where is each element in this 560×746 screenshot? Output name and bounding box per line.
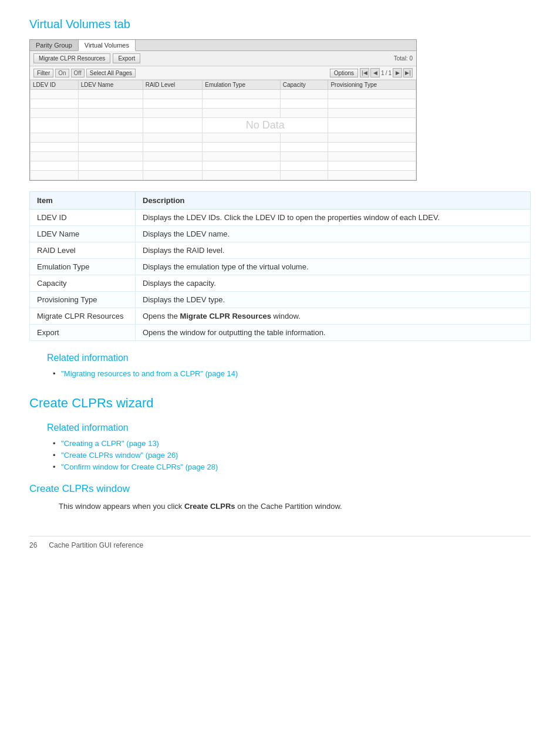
- item-migrate: Migrate CLPR Resources: [30, 308, 136, 325]
- item-ldev-id: LDEV ID: [30, 210, 136, 226]
- page-total: 1: [388, 70, 392, 76]
- tab-parity-group[interactable]: Parity Group: [30, 40, 79, 50]
- filter-toggle-off[interactable]: Off: [71, 69, 85, 77]
- item-emulation-type: Emulation Type: [30, 259, 136, 275]
- virtual-volumes-table: LDEV ID LDEV Name RAID Level Emulation T…: [30, 80, 416, 180]
- table-row: [31, 152, 416, 161]
- col-description-header: Description: [136, 192, 531, 210]
- desc-row-raid-level: RAID Level Displays the RAID level.: [30, 242, 531, 259]
- related-link-2-0[interactable]: "Creating a CLPR" (page 13): [61, 439, 159, 448]
- body-prefix: This window appears when you click: [59, 502, 184, 511]
- desc-capacity: Displays the capacity.: [136, 275, 531, 292]
- filter-bar: Filter On Off Select All Pages Options |…: [30, 66, 416, 80]
- table-row: [31, 90, 416, 99]
- screenshot-box: Parity Group Virtual Volumes Migrate CLP…: [29, 39, 417, 181]
- desc-row-emulation-type: Emulation Type Displays the emulation ty…: [30, 259, 531, 275]
- desc-row-ldev-name: LDEV Name Displays the LDEV name.: [30, 226, 531, 242]
- filter-btn[interactable]: Filter: [33, 69, 53, 77]
- table-row: [31, 161, 416, 171]
- related-link-2-1[interactable]: "Create CLPRs window" (page 26): [61, 451, 178, 460]
- create-clprs-wizard-title: Create CLPRs wizard: [29, 396, 531, 411]
- col-provisioning-type: Provisioning Type: [328, 80, 416, 90]
- related-link-2-2[interactable]: "Confirm window for Create CLPRs" (page …: [61, 463, 218, 471]
- body-bold: Create CLPRs: [184, 502, 235, 511]
- item-export: Export: [30, 325, 136, 341]
- create-clprs-window-title: Create CLPRs window: [29, 483, 531, 495]
- nav-first[interactable]: |◀: [360, 68, 369, 77]
- related-link-1[interactable]: "Migrating resources to and from a CLPR"…: [61, 369, 238, 378]
- desc-row-ldev-id: LDEV ID Displays the LDEV IDs. Click the…: [30, 210, 531, 226]
- nav-last[interactable]: ▶|: [403, 68, 413, 77]
- col-ldev-id: LDEV ID: [31, 80, 79, 90]
- desc-row-migrate: Migrate CLPR Resources Opens the Migrate…: [30, 308, 531, 325]
- item-ldev-name: LDEV Name: [30, 226, 136, 242]
- desc-row-capacity: Capacity Displays the capacity.: [30, 275, 531, 292]
- related-list-item: "Confirm window for Create CLPRs" (page …: [53, 463, 531, 471]
- page-nav: |◀ ◀ 1 / 1 ▶ ▶|: [360, 68, 413, 77]
- related-list-1: "Migrating resources to and from a CLPR"…: [53, 369, 531, 378]
- desc-table: Item Description LDEV ID Displays the LD…: [29, 191, 531, 341]
- related-info-1-title: Related information: [47, 353, 531, 363]
- nav-prev[interactable]: ◀: [370, 68, 380, 77]
- bold-migrate: Migrate CLPR Resources: [180, 312, 271, 320]
- total-label: Total: 0: [394, 55, 413, 62]
- desc-ldev-id: Displays the LDEV IDs. Click the LDEV ID…: [136, 210, 531, 226]
- table-row: [31, 143, 416, 152]
- nav-next[interactable]: ▶: [393, 68, 402, 77]
- desc-export: Opens the window for outputting the tabl…: [136, 325, 531, 341]
- select-all-btn[interactable]: Select All Pages: [86, 69, 136, 77]
- filter-left: Filter On Off Select All Pages: [33, 69, 136, 77]
- screenshot-toolbar-left: Migrate CLPR Resources Export: [33, 53, 140, 63]
- related-info-2-title: Related information: [47, 423, 531, 433]
- no-data-text: No Data: [203, 118, 328, 133]
- desc-row-provisioning-type: Provisioning Type Displays the LDEV type…: [30, 292, 531, 308]
- page-footer: 26 Cache Partition GUI reference: [29, 536, 531, 549]
- col-item-header: Item: [30, 192, 136, 210]
- options-btn[interactable]: Options: [330, 69, 358, 77]
- filter-right: Options |◀ ◀ 1 / 1 ▶ ▶|: [330, 68, 413, 77]
- filter-toggle-on[interactable]: On: [55, 69, 69, 77]
- footer-page-label: Cache Partition GUI reference: [49, 541, 143, 549]
- screenshot-tabs: Parity Group Virtual Volumes: [30, 40, 416, 51]
- desc-row-export: Export Opens the window for outputting t…: [30, 325, 531, 341]
- desc-migrate: Opens the Migrate CLPR Resources window.: [136, 308, 531, 325]
- desc-provisioning-type: Displays the LDEV type.: [136, 292, 531, 308]
- desc-raid-level: Displays the RAID level.: [136, 242, 531, 259]
- migrate-clpr-btn[interactable]: Migrate CLPR Resources: [33, 53, 110, 63]
- table-row: [31, 133, 416, 143]
- tab-virtual-volumes[interactable]: Virtual Volumes: [79, 40, 136, 51]
- table-row: [31, 171, 416, 180]
- section-title-virtual-volumes: Virtual Volumes tab: [29, 18, 531, 31]
- desc-emulation-type: Displays the emulation type of the virtu…: [136, 259, 531, 275]
- col-ldev-name: LDEV Name: [78, 80, 143, 90]
- item-provisioning-type: Provisioning Type: [30, 292, 136, 308]
- footer-page-num: 26: [29, 541, 37, 549]
- screenshot-toolbar: Migrate CLPR Resources Export Total: 0: [30, 51, 416, 66]
- related-list-item: "Creating a CLPR" (page 13): [53, 439, 531, 448]
- table-row: [31, 109, 416, 118]
- page-sep: /: [386, 70, 387, 76]
- desc-ldev-name: Displays the LDEV name.: [136, 226, 531, 242]
- body-suffix: on the Cache Partition window.: [235, 502, 342, 511]
- related-list-2: "Creating a CLPR" (page 13) "Create CLPR…: [53, 439, 531, 471]
- item-capacity: Capacity: [30, 275, 136, 292]
- related-list-item: "Migrating resources to and from a CLPR"…: [53, 369, 531, 378]
- page-current: 1: [381, 70, 384, 76]
- item-raid-level: RAID Level: [30, 242, 136, 259]
- col-raid-level: RAID Level: [143, 80, 203, 90]
- table-row: [31, 99, 416, 109]
- export-btn[interactable]: Export: [113, 53, 140, 63]
- related-list-item: "Create CLPRs window" (page 26): [53, 451, 531, 460]
- col-emulation-type: Emulation Type: [203, 80, 281, 90]
- create-clprs-window-body: This window appears when you click Creat…: [59, 501, 531, 512]
- table-row: No Data: [31, 118, 416, 133]
- col-capacity: Capacity: [280, 80, 328, 90]
